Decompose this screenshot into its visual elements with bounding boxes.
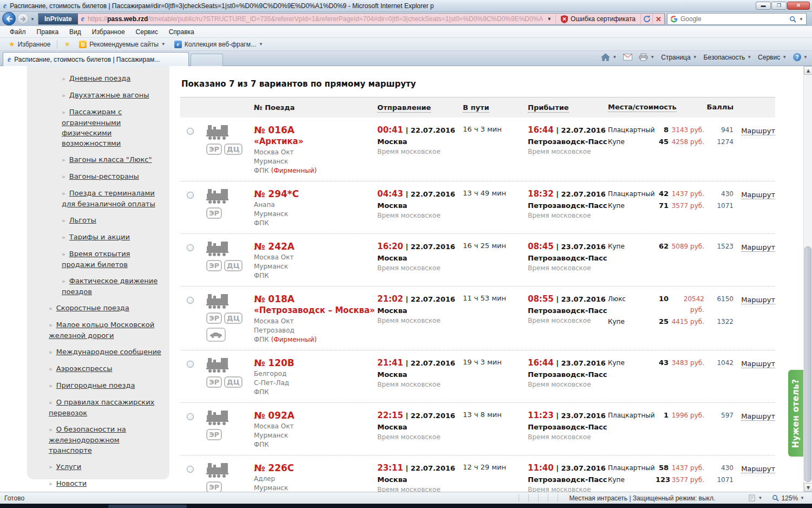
header-duration[interactable]: В пути bbox=[463, 103, 528, 112]
sidebar-link[interactable]: Пассажирам с ограниченными физическими в… bbox=[62, 108, 122, 147]
vertical-scrollbar[interactable]: ▲ ▼ bbox=[803, 66, 812, 492]
search-input[interactable] bbox=[680, 15, 787, 23]
departure-timezone: Время московское bbox=[377, 381, 463, 388]
menu-item[interactable]: Сервис bbox=[130, 27, 163, 37]
route-link[interactable]: Маршрут bbox=[741, 360, 775, 368]
search-options-dropdown[interactable]: ▼ bbox=[799, 17, 803, 22]
search-box[interactable]: ▼ bbox=[667, 13, 807, 25]
train-select-radio[interactable] bbox=[187, 413, 194, 420]
route-link[interactable]: Маршрут bbox=[741, 465, 775, 473]
history-dropdown[interactable]: ▼ bbox=[30, 17, 35, 22]
new-tab-button[interactable] bbox=[191, 54, 223, 66]
help-button[interactable]: ?▼ bbox=[793, 53, 808, 61]
stop-button[interactable]: ✕ bbox=[652, 14, 664, 24]
address-bar[interactable]: InPrivate e https://pass.web.rzd/timetab… bbox=[38, 13, 665, 25]
need-hotel-button[interactable]: Нужен отель? bbox=[788, 370, 803, 457]
departure-city: Москва bbox=[377, 423, 463, 431]
favorites-button[interactable]: ★ Избранное bbox=[4, 39, 55, 49]
tools-menu-button[interactable]: Сервис▼ bbox=[758, 54, 787, 61]
header-departure[interactable]: Отправление bbox=[377, 103, 463, 112]
route-link[interactable]: Маршрут bbox=[741, 412, 775, 421]
train-number-link[interactable]: № 120В bbox=[254, 357, 377, 368]
carrier-label: ФПК bbox=[254, 272, 269, 279]
menu-bar: ФайлПравкаВидИзбранноеСервисСправка bbox=[0, 26, 812, 38]
maximize-button[interactable]: ❐ bbox=[771, 2, 787, 10]
compatibility-view-button[interactable]: ▼ bbox=[749, 494, 762, 502]
sidebar-link[interactable]: Двухэтажные вагоны bbox=[69, 91, 149, 99]
menu-item[interactable]: Вид bbox=[64, 27, 87, 37]
home-button[interactable]: ▼ bbox=[601, 53, 617, 61]
scroll-up-button[interactable]: ▲ bbox=[804, 66, 812, 75]
train-icon bbox=[206, 125, 229, 140]
address-dropdown[interactable]: ▼ bbox=[543, 16, 555, 22]
train-name-link[interactable]: «Петрозаводск – Москва» bbox=[254, 305, 377, 315]
menu-item[interactable]: Справка bbox=[163, 27, 200, 37]
train-rows: ЭРДЦ № 016А «Арктика» Москва ОктМурманск… bbox=[180, 118, 775, 492]
sidebar-link[interactable]: Дневные поезда bbox=[69, 74, 131, 82]
back-button[interactable] bbox=[2, 12, 16, 25]
page-menu-button[interactable]: Страница▼ bbox=[661, 54, 697, 61]
train-select-radio[interactable] bbox=[187, 244, 194, 251]
search-icon[interactable] bbox=[789, 16, 796, 23]
train-row: ЭР № 294*С АнапаМурманск ФПК 04:43 | 22.… bbox=[180, 181, 775, 234]
sidebar-link[interactable]: Малое кольцо Московской железной дороги bbox=[49, 321, 154, 340]
refresh-button[interactable] bbox=[640, 14, 652, 24]
sidebar-link[interactable]: Услуги bbox=[56, 463, 81, 471]
print-button[interactable]: ▼ bbox=[639, 53, 654, 61]
route-link[interactable]: Маршрут bbox=[741, 191, 775, 199]
sidebar-link[interactable]: Вагоны-рестораны bbox=[69, 172, 139, 180]
security-menu-button[interactable]: Безопасность▼ bbox=[704, 54, 751, 61]
scroll-down-button[interactable]: ▼ bbox=[804, 483, 812, 492]
sidebar-item: »О безопасности на железнодорожном транс… bbox=[27, 424, 162, 455]
chevron-right-icon: » bbox=[62, 190, 66, 197]
sidebar-link[interactable]: Фактическое движение поездов bbox=[62, 277, 158, 296]
train-number-link[interactable]: № 226С bbox=[254, 463, 377, 473]
menu-item[interactable]: Файл bbox=[4, 27, 31, 37]
train-number-link[interactable]: № 294*С bbox=[254, 188, 377, 199]
certificate-error-button[interactable]: Ошибка сертификата bbox=[555, 14, 640, 24]
header-arrival[interactable]: Прибытие bbox=[528, 103, 608, 112]
minimize-button[interactable]: ▬ bbox=[756, 2, 771, 10]
train-select-radio[interactable] bbox=[187, 361, 194, 368]
feeds-button[interactable] bbox=[623, 54, 632, 61]
sidebar-link[interactable]: Вагоны класса "Люкс" bbox=[69, 155, 152, 164]
sidebar-link[interactable]: Аэроэкспрессы bbox=[56, 364, 113, 373]
train-select-radio[interactable] bbox=[187, 192, 194, 199]
sidebar-link[interactable]: Международное сообщение bbox=[56, 348, 161, 356]
train-number-link[interactable]: № 018А bbox=[254, 294, 377, 304]
sidebar-link[interactable]: Новости bbox=[56, 479, 87, 487]
sidebar-link[interactable]: Время открытия продажи билетов bbox=[62, 250, 130, 269]
train-select-radio[interactable] bbox=[187, 466, 194, 473]
sidebar-link[interactable]: О правилах пассажирских перевозок bbox=[49, 398, 154, 417]
menu-item[interactable]: Правка bbox=[31, 27, 64, 37]
train-number-link[interactable]: № 092А bbox=[254, 410, 377, 421]
train-select-radio[interactable] bbox=[187, 128, 194, 135]
menu-item[interactable]: Избранное bbox=[87, 27, 130, 37]
sidebar-link[interactable]: О безопасности на железнодорожном трансп… bbox=[49, 425, 126, 454]
scrollbar-thumb[interactable] bbox=[804, 246, 811, 482]
header-seats[interactable]: Места/стоимость bbox=[608, 103, 677, 112]
active-tab[interactable]: e Расписание, стоимость билетов | Пассаж… bbox=[3, 52, 189, 66]
route-link[interactable]: Маршрут bbox=[741, 127, 775, 135]
train-select-radio[interactable] bbox=[187, 297, 194, 304]
train-number-link[interactable]: № 242А bbox=[254, 241, 377, 252]
route-link[interactable]: Маршрут bbox=[741, 296, 775, 304]
web-slices-button[interactable]: e Коллекция веб-фрагм... ▼ bbox=[170, 40, 267, 49]
close-button[interactable]: ✕ bbox=[787, 2, 810, 10]
zoom-control[interactable]: 125% ▼ bbox=[772, 494, 804, 502]
sidebar-link[interactable]: Пригородные поезда bbox=[56, 381, 135, 389]
sidebar-link[interactable]: Тарифы и акции bbox=[69, 233, 130, 241]
suggested-sites-label: Рекомендуемые сайты bbox=[89, 41, 159, 48]
train-number-link[interactable]: № 016А bbox=[254, 125, 377, 135]
train-name-link[interactable]: «Арктика» bbox=[254, 136, 377, 146]
add-favorite-button[interactable]: ★ bbox=[60, 39, 75, 49]
zoom-magnifier-icon bbox=[772, 494, 779, 502]
sidebar-link[interactable]: Льготы bbox=[69, 216, 96, 224]
sidebar-link[interactable]: Поезда с терминалами для безналичной опл… bbox=[62, 189, 155, 208]
suggested-sites-button[interactable]: b Рекомендуемые сайты ▼ bbox=[75, 40, 170, 49]
route-link[interactable]: Маршрут bbox=[741, 243, 775, 252]
taskbar-button[interactable] bbox=[108, 505, 187, 508]
sidebar-link[interactable]: Скоростные поезда bbox=[56, 304, 129, 312]
url-text[interactable]: https://pass.web.rzd/timetable/public/ru… bbox=[88, 15, 543, 23]
forward-button[interactable] bbox=[17, 13, 29, 24]
